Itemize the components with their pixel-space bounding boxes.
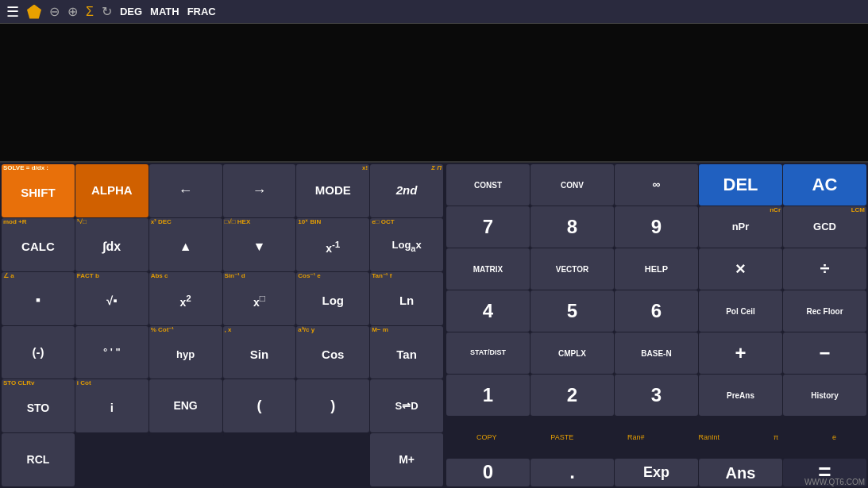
math-mode[interactable]: MATH: [150, 6, 179, 17]
menu-icon[interactable]: ☰: [6, 3, 19, 21]
close-paren-button[interactable]: ): [296, 379, 369, 432]
empty4: [296, 433, 369, 486]
integral-button[interactable]: ³√□ ∫dx: [75, 218, 149, 271]
tan-button[interactable]: M− m Tan: [370, 326, 443, 379]
ran-button[interactable]: Ran#: [626, 432, 646, 442]
conv-button[interactable]: CONV: [530, 164, 614, 206]
minus-button[interactable]: −: [783, 332, 866, 374]
x-inverse-button[interactable]: 10ˣ BIN x-1: [296, 218, 369, 271]
i-button[interactable]: i Cot i: [75, 379, 149, 432]
help-button[interactable]: HELP: [615, 248, 698, 290]
sketch-logo: [27, 5, 41, 19]
deg-mode[interactable]: DEG: [120, 6, 142, 17]
stat-button[interactable]: STAT/DIST: [446, 332, 530, 374]
ac-button[interactable]: AC: [783, 164, 866, 206]
minimize-icon[interactable]: ⊖: [49, 4, 60, 19]
rec-floor-button[interactable]: Rec Floor: [783, 290, 866, 332]
history-button[interactable]: History: [783, 375, 866, 416]
paste-button[interactable]: PASTE: [549, 432, 575, 442]
mplus-button[interactable]: M+: [370, 433, 443, 486]
shift-button[interactable]: SOLVE = d/dx : SHIFT: [2, 164, 75, 217]
degree-button[interactable]: ° ' ": [75, 326, 149, 379]
3-button[interactable]: 3: [615, 375, 698, 416]
ans-button[interactable]: Ans: [699, 459, 782, 486]
open-paren-button[interactable]: (: [223, 379, 296, 432]
up-button[interactable]: x³ DEC ▲: [149, 218, 222, 271]
left-arrow-button[interactable]: ←: [149, 164, 222, 217]
titlebar: ☰ ⊖ ⊕ Σ ↻ DEG MATH FRAC: [0, 0, 868, 24]
left-keypad: SOLVE = d/dx : SHIFT ALPHA ← → x! MODE Σ…: [0, 163, 445, 488]
empty2: [149, 433, 222, 486]
multiply-button[interactable]: ×: [699, 248, 782, 290]
watermark: WWW.QT6.COM: [804, 478, 865, 486]
calc-area: SOLVE = d/dx : SHIFT ALPHA ← → x! MODE Σ…: [0, 163, 868, 488]
6-button[interactable]: 6: [615, 290, 698, 332]
sqrt-button[interactable]: FACT b √▪: [75, 272, 149, 325]
right-arrow-button[interactable]: →: [223, 164, 296, 217]
del-button[interactable]: DEL: [699, 164, 782, 206]
fraction-button[interactable]: ∠ a ▪: [2, 272, 75, 325]
preans-button[interactable]: PreAns: [699, 375, 782, 416]
dot-button[interactable]: .: [530, 459, 614, 486]
log-a-x-button[interactable]: e□ OCT Logax: [370, 218, 443, 271]
alpha-button[interactable]: ALPHA: [75, 164, 149, 217]
sd-button[interactable]: S⇌D: [370, 379, 443, 432]
5-button[interactable]: 5: [530, 290, 614, 332]
pi-button[interactable]: π: [772, 432, 780, 442]
sin-button[interactable]: , x Sin: [223, 326, 296, 379]
4-button[interactable]: 4: [446, 290, 530, 332]
ranint-button[interactable]: RanInt: [696, 432, 721, 442]
vector-button[interactable]: VECTOR: [530, 248, 614, 290]
frac-mode[interactable]: FRAC: [187, 6, 216, 17]
right-keypad: CONST CONV ∞ DEL AC 7 8 9 nCr nPr LCM GC…: [445, 163, 868, 488]
sto-button[interactable]: STO CLRv STO: [2, 379, 75, 432]
refresh-icon[interactable]: ↻: [102, 4, 112, 19]
cmplx-button[interactable]: CMPLX: [530, 332, 614, 374]
copy-button[interactable]: COPY: [475, 432, 499, 442]
mode-button[interactable]: x! MODE: [296, 164, 369, 217]
empty1: [75, 433, 149, 486]
exp-button[interactable]: Exp: [615, 459, 698, 486]
const-button[interactable]: CONST: [446, 164, 530, 206]
base-n-button[interactable]: BASE-N: [615, 332, 698, 374]
rcl-button[interactable]: RCL: [2, 433, 75, 486]
7-button[interactable]: 7: [446, 206, 530, 248]
x-power-button[interactable]: Sin⁻¹ d x□: [223, 272, 296, 325]
eng-button[interactable]: ENG: [149, 379, 222, 432]
8-button[interactable]: 8: [530, 206, 614, 248]
0-button[interactable]: 0: [446, 459, 530, 486]
log-button[interactable]: Cos⁻¹ e Log: [296, 272, 369, 325]
ln-button[interactable]: Tan⁻¹ f Ln: [370, 272, 443, 325]
mode-buttons: DEG MATH FRAC: [120, 6, 216, 17]
calculator-display: [0, 24, 868, 163]
plus-button[interactable]: +: [699, 332, 782, 374]
empty3: [223, 433, 296, 486]
calc-button[interactable]: mod +R CALC: [2, 218, 75, 271]
npr-button[interactable]: nCr nPr: [699, 206, 782, 248]
sigma-icon[interactable]: Σ: [86, 5, 94, 19]
infinity-button[interactable]: ∞: [615, 164, 698, 206]
x-squared-button[interactable]: Abs c x2: [149, 272, 222, 325]
2-button[interactable]: 2: [530, 375, 614, 416]
matrix-button[interactable]: MATRIX: [446, 248, 530, 290]
copy-paste-row: COPY PASTE Ran# RanInt π e: [446, 417, 866, 458]
neg-button[interactable]: (-): [2, 326, 75, 379]
9-button[interactable]: 9: [615, 206, 698, 248]
maximize-icon[interactable]: ⊕: [68, 4, 78, 19]
cos-button[interactable]: aᵇ/c y Cos: [296, 326, 369, 379]
divide-button[interactable]: ÷: [783, 248, 866, 290]
2nd-button[interactable]: Σ Π 2nd: [370, 164, 443, 217]
gcd-button[interactable]: LCM GCD: [783, 206, 866, 248]
down-button[interactable]: □√□ HEX ▼: [223, 218, 296, 271]
pol-ceil-button[interactable]: Pol Ceil: [699, 290, 782, 332]
hyp-button[interactable]: % Cot⁻¹ hyp: [149, 326, 222, 379]
e-const-button[interactable]: e: [831, 432, 838, 442]
1-button[interactable]: 1: [446, 375, 530, 416]
